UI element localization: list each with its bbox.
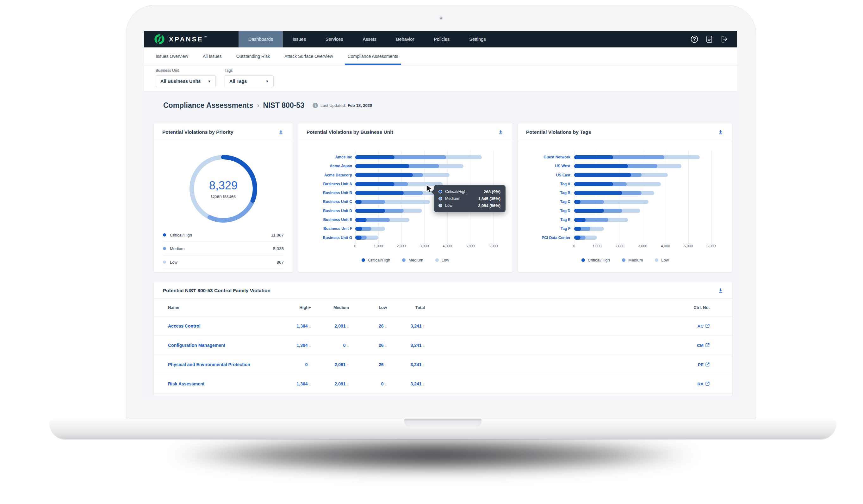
category-label: Business Unit A: [302, 180, 352, 188]
bar-segment-critical-high[interactable]: [355, 209, 385, 213]
legend-item-low[interactable]: Low: [655, 258, 669, 262]
business-unit-value: All Business Units: [160, 79, 201, 84]
ctrl-no-link[interactable]: PE: [698, 362, 710, 367]
metric-cell: 2,091↓: [311, 323, 349, 329]
logout-icon[interactable]: [720, 35, 728, 43]
nav-item-assets[interactable]: Assets: [353, 31, 387, 48]
download-icon[interactable]: [277, 129, 284, 136]
bar-row: [355, 153, 493, 162]
category-label: US West: [521, 162, 571, 171]
nav-menu: DashboardsIssuesServicesAssetsBehaviorPo…: [239, 31, 496, 48]
column-header-total: Total: [387, 305, 425, 310]
bar-row: [574, 197, 711, 206]
help-icon[interactable]: [690, 35, 699, 43]
bar-segment-critical-high[interactable]: [574, 191, 622, 195]
nav-item-dashboards[interactable]: Dashboards: [239, 31, 283, 48]
bar-row: [574, 153, 711, 162]
bar-segment-critical-high[interactable]: [355, 236, 362, 240]
control-family-link[interactable]: Configuration Management: [168, 343, 225, 348]
category-label: Business Unit F: [302, 224, 352, 233]
tooltip-value: 2,994 (56%): [478, 203, 500, 208]
bar-segment-critical-high[interactable]: [574, 200, 580, 204]
bar-segment-critical-high[interactable]: [355, 155, 395, 159]
tags-select[interactable]: All Tags ▼: [225, 75, 274, 87]
bar-segment-critical-high[interactable]: [574, 227, 581, 231]
legend-dot-critical: [163, 234, 166, 237]
download-icon[interactable]: [717, 287, 724, 294]
ctrl-code: PE: [698, 362, 703, 367]
column-header-ctrl-no: Ctrl. No.: [656, 305, 732, 310]
legend-item-critical[interactable]: Critical/High: [362, 258, 390, 262]
documentation-icon[interactable]: [705, 35, 713, 43]
column-header-low: Low: [349, 305, 387, 310]
category-label: PCI Data Center: [521, 234, 571, 242]
ctrl-no-link[interactable]: CM: [697, 343, 710, 348]
gridline: [711, 151, 712, 244]
ctrl-no-link[interactable]: AC: [698, 324, 710, 328]
category-label: Tag D: [521, 206, 571, 215]
bar-segment-critical-high[interactable]: [574, 209, 604, 213]
trend-up-icon: ↑: [423, 324, 425, 328]
nav-item-services[interactable]: Services: [316, 31, 353, 48]
bar-segment-critical-high[interactable]: [574, 173, 631, 177]
bar-segment-critical-high[interactable]: [355, 173, 413, 177]
legend-item-critical[interactable]: Critical/High: [581, 258, 610, 262]
table-title: Potential NIST 800-53 Control Family Vio…: [163, 288, 271, 293]
brand-trademark: ™: [204, 36, 207, 39]
chart-legend: Critical/HighMediumLow: [298, 258, 512, 262]
bar-segment-critical-high[interactable]: [355, 200, 362, 204]
external-link-icon: [705, 362, 710, 367]
nav-item-policies[interactable]: Policies: [424, 31, 459, 48]
tab-attack-surface-overview[interactable]: Attack Surface Overview: [284, 48, 333, 65]
x-tick-label: 1,000: [592, 244, 602, 248]
category-axis: Guest NetworkUS WestUS EastTag ATag BTag…: [521, 153, 571, 242]
bar-row: [574, 224, 711, 233]
nav-item-issues[interactable]: Issues: [283, 31, 316, 48]
bar-segment-critical-high[interactable]: [574, 236, 580, 240]
ctrl-no-link[interactable]: RA: [698, 382, 710, 386]
tooltip-value: 268 (9%): [484, 189, 500, 194]
tab-issues-overview[interactable]: Issues Overview: [155, 48, 188, 65]
control-family-link[interactable]: Access Control: [168, 324, 201, 328]
x-tick-label: 6,000: [489, 244, 498, 248]
metric-value: 3,241: [410, 324, 421, 328]
bar-row: [574, 215, 711, 224]
legend-item-medium[interactable]: Medium: [622, 258, 643, 262]
download-icon[interactable]: [717, 129, 724, 136]
tab-outstanding-risk[interactable]: Outstanding Risk: [236, 48, 270, 65]
open-issues-label: Open Issues: [211, 194, 236, 199]
bar-segment-critical-high[interactable]: [574, 164, 628, 168]
tooltip-row: Medium1,845 (35%): [438, 195, 500, 202]
bar-rows: [574, 153, 711, 242]
bar-segment-critical-high[interactable]: [574, 182, 613, 186]
metric-cell: 3,241↓: [387, 342, 425, 348]
metric-value: 2,091: [334, 381, 346, 386]
nav-item-settings[interactable]: Settings: [459, 31, 496, 48]
bar-segment-critical-high[interactable]: [355, 182, 395, 186]
bar-row: [355, 171, 493, 180]
table-row: Physical and Environmental Protection0↓2…: [154, 355, 732, 374]
nav-item-behavior[interactable]: Behavior: [386, 31, 424, 48]
bar-segment-critical-high[interactable]: [355, 191, 404, 195]
business-unit-select[interactable]: All Business Units ▼: [155, 75, 216, 87]
tab-all-issues[interactable]: All Issues: [203, 48, 222, 65]
download-icon[interactable]: [497, 129, 504, 136]
control-family-link[interactable]: Risk Assessment: [168, 381, 204, 386]
bar-segment-critical-high[interactable]: [355, 227, 362, 231]
bar-row: [574, 180, 711, 188]
legend-item-medium[interactable]: Medium: [402, 258, 423, 262]
control-family-link[interactable]: Physical and Environmental Protection: [168, 362, 250, 367]
ctrl-code: RA: [698, 382, 704, 386]
tab-compliance-assessments[interactable]: Compliance Assessments: [348, 48, 398, 65]
bar-segment-critical-high[interactable]: [355, 218, 367, 222]
column-header-name: Name: [154, 305, 273, 310]
bar-segment-critical-high[interactable]: [574, 218, 586, 222]
breadcrumb-chevron-icon: ›: [257, 101, 259, 110]
bar-segment-critical-high[interactable]: [574, 155, 613, 159]
bar-segment-critical-high[interactable]: [355, 164, 409, 168]
metric-value: 26: [379, 362, 384, 367]
metric-value: 0: [305, 362, 308, 367]
breadcrumb-section[interactable]: Compliance Assessments: [163, 101, 253, 110]
trend-down-icon: ↓: [423, 362, 425, 367]
legend-item-low[interactable]: Low: [435, 258, 449, 262]
